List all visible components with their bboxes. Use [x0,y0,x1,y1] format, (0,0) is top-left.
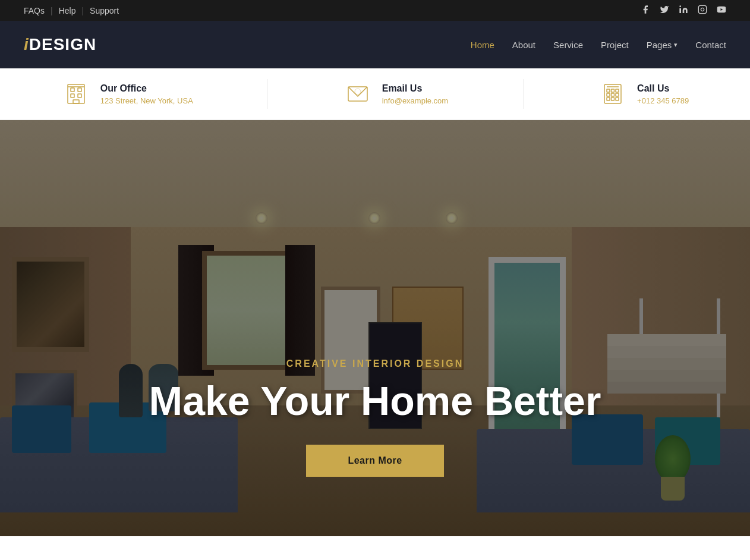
linkedin-icon[interactable] [679,5,688,16]
office-detail: 123 Street, New York, USA [100,96,193,105]
sep-1: | [51,6,53,15]
learn-more-button[interactable]: Learn More [306,445,443,477]
svg-rect-20 [616,93,619,96]
svg-rect-18 [607,93,610,96]
email-title: Email Us [382,83,448,94]
office-title: Our Office [100,83,193,94]
nav-about[interactable]: About [512,40,535,50]
info-bar: Our Office 123 Street, New York, USA Ema… [0,68,750,120]
phone-icon [598,79,628,109]
svg-rect-22 [612,97,615,100]
social-links [641,5,726,16]
help-link[interactable]: Help [59,6,76,15]
twitter-icon[interactable] [660,5,669,16]
svg-point-12 [355,89,361,95]
facebook-icon[interactable] [641,5,650,16]
nav-home[interactable]: Home [471,40,494,50]
logo-i: i [24,35,29,54]
svg-rect-5 [71,88,74,92]
email-icon [343,79,373,109]
svg-rect-17 [616,89,619,92]
phone-title: Call Us [637,83,689,94]
hero-section: CREATIVE INTERIOR DESIGN Make Your Home … [0,120,750,536]
top-bar-links: FAQs | Help | Support [24,6,119,15]
svg-rect-9 [73,100,79,103]
svg-rect-1 [698,5,706,13]
svg-rect-7 [71,94,74,97]
email-info: Email Us info@example.com [343,79,448,109]
navbar: iDESIGN Home About Service Project Pages… [0,21,750,68]
nav-pages[interactable]: Pages ▾ [647,40,678,50]
svg-rect-6 [78,88,81,92]
svg-rect-8 [78,94,81,97]
office-text: Our Office 123 Street, New York, USA [100,83,193,105]
hero-title: Make Your Home Better [0,379,750,423]
logo-text: DESIGN [29,35,96,54]
sep-2: | [81,6,84,15]
email-detail: info@example.com [382,96,448,105]
nav-links: Home About Service Project Pages ▾ Conta… [471,40,726,50]
phone-info: Call Us +012 345 6789 [598,79,689,109]
svg-rect-23 [616,97,619,100]
top-bar: FAQs | Help | Support [0,0,750,21]
svg-rect-21 [607,97,610,100]
chevron-down-icon: ▾ [674,41,677,49]
youtube-icon[interactable] [717,5,726,16]
svg-rect-11 [348,87,367,101]
office-info: Our Office 123 Street, New York, USA [61,79,193,109]
divider-1 [267,79,268,109]
building-icon [61,79,91,109]
logo[interactable]: iDESIGN [24,35,96,54]
hero-subtitle: CREATIVE INTERIOR DESIGN [0,358,750,369]
nav-service[interactable]: Service [553,40,583,50]
phone-detail: +012 345 6789 [637,96,689,105]
svg-rect-15 [607,89,610,92]
hero-content: CREATIVE INTERIOR DESIGN Make Your Home … [0,358,750,477]
faqs-link[interactable]: FAQs [24,6,45,15]
divider-2 [523,79,524,109]
svg-point-0 [679,5,681,7]
email-text: Email Us info@example.com [382,83,448,105]
instagram-icon[interactable] [698,5,707,16]
nav-contact[interactable]: Contact [695,40,726,50]
nav-project[interactable]: Project [601,40,629,50]
svg-rect-16 [612,89,615,92]
svg-rect-19 [612,93,615,96]
phone-text: Call Us +012 345 6789 [637,83,689,105]
support-link[interactable]: Support [90,6,119,15]
svg-rect-4 [68,84,84,103]
